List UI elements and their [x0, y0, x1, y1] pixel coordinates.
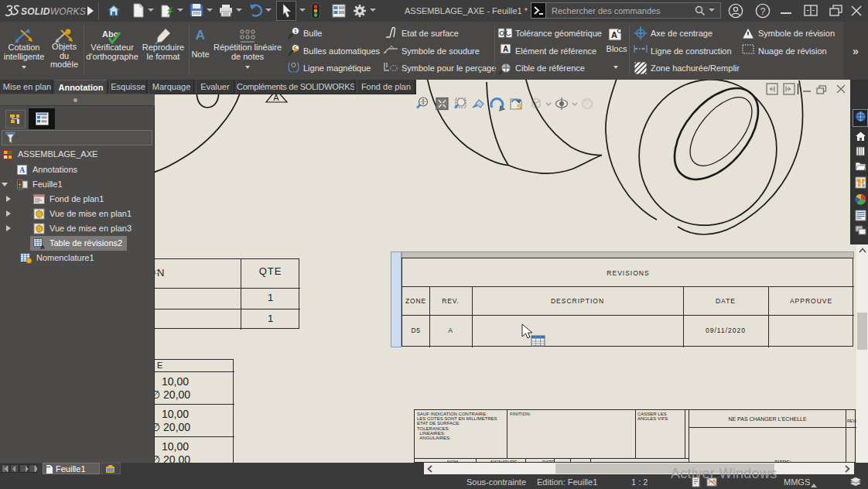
- svg-text:?: ?: [760, 6, 766, 17]
- svg-text:A: A: [40, 244, 45, 249]
- svg-text:A: A: [611, 30, 617, 39]
- svg-text:1: 1: [294, 29, 297, 34]
- svg-text:S: S: [517, 103, 521, 111]
- svg-text:A: A: [19, 166, 26, 174]
- svg-text:A: A: [503, 45, 508, 53]
